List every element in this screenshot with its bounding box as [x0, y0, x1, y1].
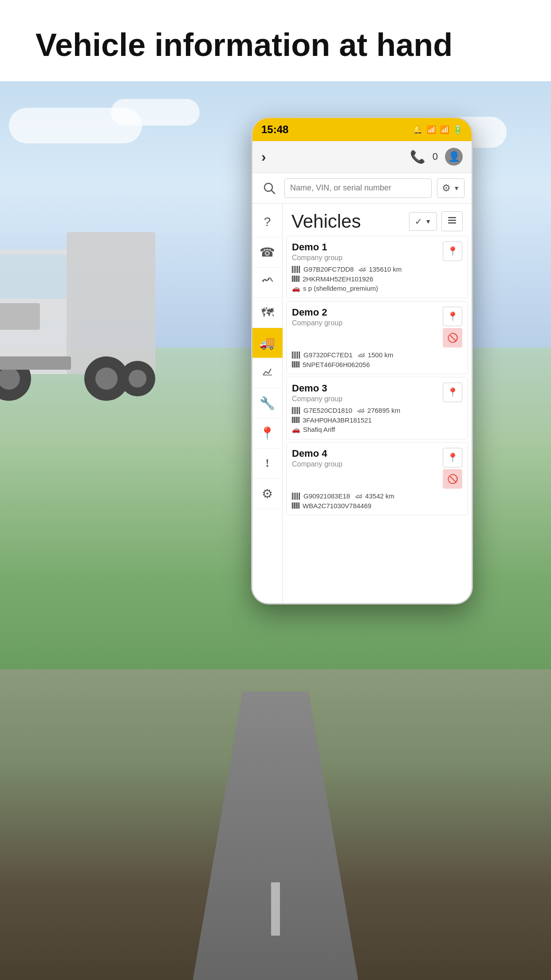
- vin-label: G7E520CD1810: [292, 407, 352, 414]
- barcode-icon: [292, 352, 301, 359]
- vin-value: G97320FC7ED1: [303, 351, 353, 359]
- vehicle-detail-row-2: 3FAHP0HA3BR181521: [292, 416, 462, 424]
- locate-button[interactable]: 📍: [443, 383, 462, 402]
- settings-dropdown[interactable]: ⚙ ▼: [437, 178, 464, 198]
- search-bar: ⚙ ▼: [252, 173, 472, 204]
- sidebar-item-help[interactable]: ?: [252, 207, 283, 237]
- header-controls: ✓ ▼: [409, 211, 463, 231]
- svg-rect-20: [292, 276, 293, 282]
- maintenance-icon: 🔧: [260, 396, 275, 411]
- odometer-icon: 🏎: [358, 407, 365, 415]
- error-button[interactable]: 🚫: [443, 469, 462, 489]
- vehicle-group: Company group: [292, 319, 342, 327]
- sidebar: ? ☎: [252, 204, 283, 603]
- locate-button[interactable]: 📍: [443, 448, 462, 467]
- map-icon: 🗺: [261, 305, 274, 320]
- locate-button[interactable]: 📍: [443, 241, 462, 261]
- vin-value: G90921083E18: [303, 492, 350, 500]
- vin2-barcode-icon: [292, 502, 300, 509]
- checkmark-icon: ✓: [415, 216, 422, 227]
- svg-rect-2: [67, 232, 155, 374]
- vehicles-area: Vehicles ✓ ▼: [283, 204, 472, 603]
- phone-frame: 15:48 🔔 📶 📶 🔋 › 📞 0 👤: [251, 117, 473, 605]
- sidebar-item-vehicles[interactable]: 🚚: [252, 328, 283, 358]
- locate-button[interactable]: 📍: [443, 307, 462, 326]
- vehicle-detail-row: G97B20FC7DD8 🏎 135610 km: [292, 265, 462, 273]
- phone-mockup: 15:48 🔔 📶 📶 🔋 › 📞 0 👤: [251, 117, 473, 605]
- odometer-value: 276895 km: [367, 407, 400, 414]
- search-input[interactable]: [284, 178, 432, 198]
- sidebar-item-alerts[interactable]: !: [252, 449, 283, 479]
- reports-icon: [261, 275, 274, 290]
- svg-rect-24: [296, 276, 297, 282]
- main-content: ? ☎: [252, 204, 472, 603]
- table-row[interactable]: Demo 1 Company group 📍 G97B20FC7DD8: [286, 236, 468, 298]
- vehicle-info: Demo 2 Company group: [292, 307, 342, 327]
- table-row[interactable]: Demo 2 Company group 📍 🚫: [286, 301, 468, 374]
- road-line: [271, 882, 280, 936]
- vehicle-group: Company group: [292, 254, 342, 262]
- vin2-label: WBA2C71030V784469: [292, 502, 371, 510]
- status-icons: 🔔 📶 📶 🔋: [413, 125, 463, 134]
- svg-point-6: [95, 368, 118, 390]
- sidebar-item-settings[interactable]: ⚙: [252, 479, 283, 509]
- list-view-button[interactable]: [441, 211, 463, 231]
- steering-icon: 🚗: [292, 285, 300, 292]
- svg-rect-39: [298, 417, 298, 423]
- error-button[interactable]: 🚫: [443, 328, 462, 348]
- status-bar: 15:48 🔔 📶 📶 🔋: [252, 118, 472, 141]
- truck-silhouette: [0, 161, 160, 410]
- odometer-icon: 🏎: [358, 351, 365, 359]
- user-avatar[interactable]: 👤: [445, 148, 463, 166]
- ground-layer: [0, 669, 551, 980]
- odometer-label: 🏎 135610 km: [359, 265, 401, 273]
- sidebar-item-locations[interactable]: 📍: [252, 419, 283, 449]
- vehicle-detail-row: G97320FC7ED1 🏎 1500 km: [292, 351, 462, 359]
- odometer-value: 43542 km: [365, 492, 394, 500]
- svg-rect-44: [295, 502, 296, 509]
- status-time: 15:48: [261, 123, 288, 136]
- svg-rect-45: [296, 502, 297, 509]
- barcode-icon: [292, 407, 301, 414]
- odometer-value: 135610 km: [369, 265, 401, 273]
- call-icon[interactable]: 📞: [410, 150, 425, 164]
- sidebar-item-analytics[interactable]: [252, 358, 283, 388]
- back-button[interactable]: ›: [261, 149, 266, 165]
- sidebar-item-maintenance[interactable]: 🔧: [252, 388, 283, 419]
- help-icon: ?: [264, 215, 271, 229]
- check-dropdown[interactable]: ✓ ▼: [409, 212, 437, 231]
- svg-rect-29: [294, 361, 295, 368]
- odometer-icon: 🏎: [355, 492, 362, 500]
- gear-icon: ⚙: [262, 486, 273, 501]
- svg-rect-10: [0, 303, 40, 330]
- svg-rect-30: [295, 361, 296, 368]
- vehicle-group: Company group: [292, 460, 342, 468]
- vehicle-details: G97320FC7ED1 🏎 1500 km: [287, 348, 468, 374]
- table-row[interactable]: Demo 4 Company group 📍 🚫: [286, 442, 468, 515]
- top-nav: › 📞 0 👤: [252, 141, 472, 173]
- vin2-barcode-icon: [292, 276, 300, 282]
- battery-icon: 🔋: [453, 125, 463, 134]
- table-row[interactable]: Demo 3 Company group 📍 G7E520CD1810: [286, 377, 468, 439]
- vehicle-details: G90921083E18 🏎 43542 km: [287, 489, 468, 515]
- vin-label: G97320FC7ED1: [292, 351, 353, 359]
- vehicle-name: Demo 4: [292, 448, 342, 459]
- svg-rect-47: [299, 502, 299, 509]
- vehicle-name: Demo 3: [292, 383, 342, 394]
- svg-point-8: [129, 370, 146, 387]
- vehicle-detail-row-2: WBA2C71030V784469: [292, 502, 462, 510]
- driver-label: 🚗 s p (shelldemo_premium): [292, 285, 378, 292]
- phone-icon: ☎: [260, 245, 275, 260]
- svg-rect-25: [298, 276, 298, 282]
- vin2-label: 3FAHP0HA3BR181521: [292, 416, 372, 424]
- sidebar-item-phone[interactable]: ☎: [252, 237, 283, 268]
- sidebar-item-reports[interactable]: [252, 268, 283, 298]
- settings-gear-icon: ⚙: [442, 182, 451, 194]
- vehicle-details: G7E520CD1810 🏎 276895 km: [287, 403, 468, 439]
- vehicle-header-row: Demo 1 Company group 📍: [287, 236, 468, 262]
- steering-icon: 🚗: [292, 426, 300, 434]
- vehicle-info: Demo 1 Company group: [292, 241, 342, 262]
- sidebar-item-map[interactable]: 🗺: [252, 298, 283, 328]
- svg-rect-27: [292, 361, 293, 368]
- search-icon[interactable]: [260, 178, 279, 198]
